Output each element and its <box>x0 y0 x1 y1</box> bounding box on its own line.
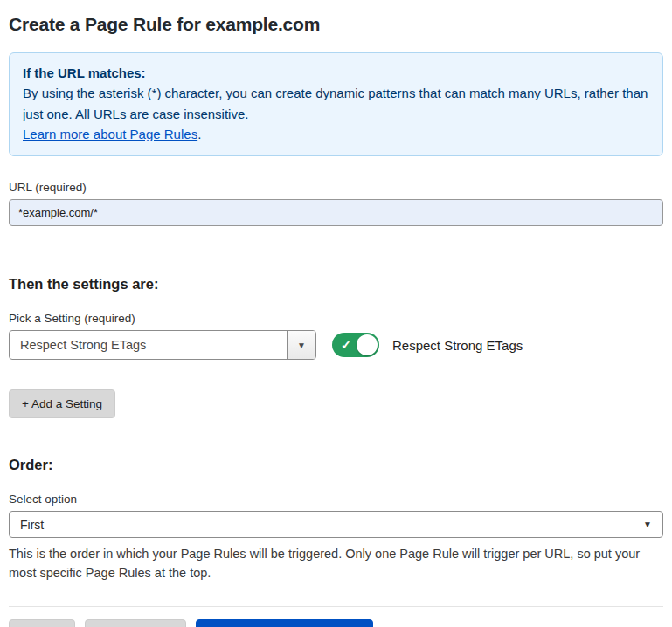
order-select-value: First <box>20 518 44 532</box>
url-match-info-box: If the URL matches: By using the asteris… <box>9 52 663 156</box>
info-box-body: By using the asterisk (*) character, you… <box>23 83 649 124</box>
section-divider <box>9 251 663 251</box>
info-box-link-row: Learn more about Page Rules. <box>23 124 649 144</box>
toggle-knob <box>357 334 378 355</box>
setting-row: Respect Strong ETags ▼ ✓ Respect Strong … <box>9 330 663 360</box>
footer-button-row: Cancel Save as Draft Save and Deploy Pag… <box>9 607 663 627</box>
chevron-down-icon: ▼ <box>643 520 652 529</box>
pick-setting-label: Pick a Setting (required) <box>9 312 663 325</box>
toggle-label: Respect Strong ETags <box>392 338 523 353</box>
order-help-text: This is the order in which your Page Rul… <box>9 545 660 583</box>
settings-section-heading: Then the settings are: <box>9 276 663 293</box>
url-input[interactable] <box>9 199 663 226</box>
setting-select[interactable]: Respect Strong ETags ▼ <box>9 330 316 360</box>
link-suffix: . <box>197 127 201 141</box>
order-section-heading: Order: <box>9 457 663 473</box>
setting-select-arrow-button[interactable]: ▼ <box>287 331 315 359</box>
order-select-label: Select option <box>9 493 663 506</box>
setting-select-value: Respect Strong ETags <box>10 331 287 359</box>
dropdown-arrow-icon: ▼ <box>297 341 306 350</box>
cancel-button[interactable]: Cancel <box>9 619 75 627</box>
etags-toggle[interactable]: ✓ <box>332 333 379 357</box>
page-title: Create a Page Rule for example.com <box>9 14 663 35</box>
save-deploy-button[interactable]: Save and Deploy Page Rule <box>196 619 374 627</box>
order-select[interactable]: First ▼ <box>9 511 663 538</box>
check-icon: ✓ <box>341 338 351 352</box>
save-draft-button[interactable]: Save as Draft <box>85 619 186 627</box>
info-box-heading: If the URL matches: <box>23 63 649 83</box>
page-rule-form: Create a Page Rule for example.com If th… <box>0 0 672 627</box>
learn-more-link[interactable]: Learn more about Page Rules <box>23 127 197 141</box>
add-setting-button[interactable]: + Add a Setting <box>9 389 115 418</box>
url-field-label: URL (required) <box>9 181 663 194</box>
